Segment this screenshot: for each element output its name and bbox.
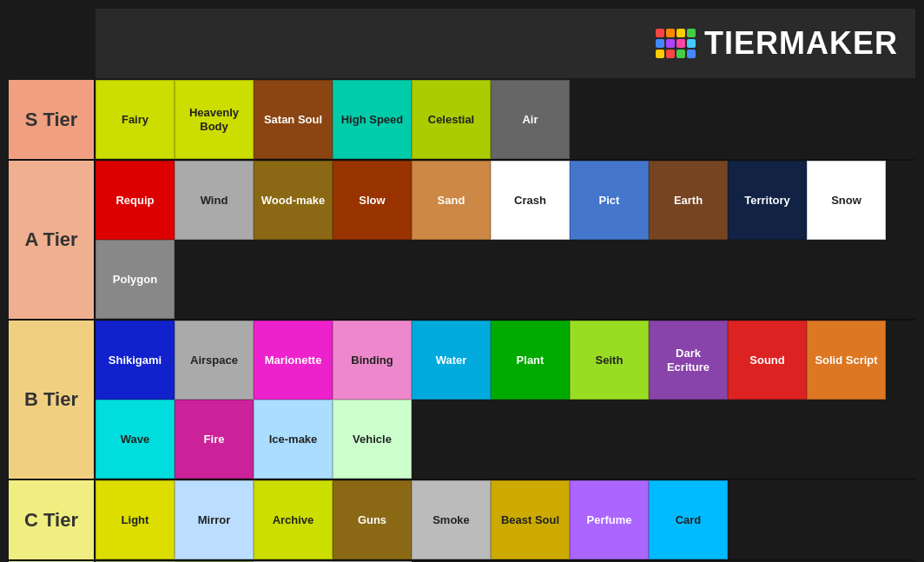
tier-item-0-3[interactable]: High Speed bbox=[333, 80, 412, 159]
logo-dot bbox=[666, 29, 675, 37]
tier-item-1-7[interactable]: Earth bbox=[649, 161, 728, 240]
header: TiERMAKER bbox=[9, 9, 915, 78]
tier-item-2-13[interactable]: Vehicle bbox=[333, 400, 412, 479]
tier-item-0-5[interactable]: Air bbox=[491, 80, 570, 159]
logo-dot bbox=[666, 50, 675, 58]
tier-row-2: B TierShikigamiAirspaceMarionetteBinding… bbox=[9, 321, 915, 480]
tier-item-3-2[interactable]: Archive bbox=[254, 480, 333, 559]
tier-item-2-2[interactable]: Marionette bbox=[254, 321, 333, 400]
tier-label-2: B Tier bbox=[9, 321, 96, 479]
tier-items-3: LightMirrorArchiveGunsSmokeBeast SoulPer… bbox=[96, 480, 915, 559]
tier-items-0: FairyHeavenly BodySatan SoulHigh SpeedCe… bbox=[96, 80, 915, 159]
tier-item-3-6[interactable]: Perfume bbox=[570, 480, 649, 559]
tier-item-2-8[interactable]: Sound bbox=[728, 321, 807, 400]
tier-item-1-5[interactable]: Crash bbox=[491, 161, 570, 240]
tier-item-2-11[interactable]: Fire bbox=[175, 400, 254, 479]
tier-item-0-4[interactable]: Celestial bbox=[412, 80, 491, 159]
tier-item-0-0[interactable]: Fairy bbox=[96, 80, 175, 159]
header-spacer bbox=[9, 9, 96, 78]
tier-item-0-1[interactable]: Heavenly Body bbox=[175, 80, 254, 159]
tier-label-3: C Tier bbox=[9, 480, 96, 559]
tier-item-2-0[interactable]: Shikigami bbox=[96, 321, 175, 400]
tier-item-1-1[interactable]: Wind bbox=[175, 161, 254, 240]
tier-row-3: C TierLightMirrorArchiveGunsSmokeBeast S… bbox=[9, 480, 915, 561]
tier-item-2-10[interactable]: Wave bbox=[96, 400, 175, 479]
tier-item-2-7[interactable]: Dark Ecriture bbox=[649, 321, 728, 400]
tier-item-3-0[interactable]: Light bbox=[96, 480, 175, 559]
tier-item-2-9[interactable]: Solid Script bbox=[807, 321, 886, 400]
tier-label-1: A Tier bbox=[9, 161, 96, 319]
tier-item-1-9[interactable]: Snow bbox=[807, 161, 886, 240]
tier-item-1-6[interactable]: Pict bbox=[570, 161, 649, 240]
tier-item-1-0[interactable]: Requip bbox=[96, 161, 175, 240]
logo-dot bbox=[687, 39, 696, 48]
logo-dot bbox=[656, 39, 664, 48]
tier-item-2-1[interactable]: Airspace bbox=[175, 321, 254, 400]
tier-container: S TierFairyHeavenly BodySatan SoulHigh S… bbox=[9, 80, 915, 562]
tier-row-0: S TierFairyHeavenly BodySatan SoulHigh S… bbox=[9, 80, 915, 161]
tier-item-3-3[interactable]: Guns bbox=[333, 480, 412, 559]
logo-dot bbox=[676, 29, 685, 37]
tier-item-3-5[interactable]: Beast Soul bbox=[491, 480, 570, 559]
tier-item-2-4[interactable]: Water bbox=[412, 321, 491, 400]
tier-row-1: A TierRequipWindWood-makeSlowSandCrashPi… bbox=[9, 161, 915, 321]
logo-dot bbox=[687, 29, 696, 37]
tier-item-2-6[interactable]: Seith bbox=[570, 321, 649, 400]
tier-item-0-2[interactable]: Satan Soul bbox=[254, 80, 333, 159]
logo-dot bbox=[687, 50, 696, 58]
logo-dot bbox=[656, 50, 664, 58]
logo-dot bbox=[656, 29, 664, 37]
tier-item-2-5[interactable]: Plant bbox=[491, 321, 570, 400]
logo-text: TiERMAKER bbox=[704, 25, 898, 62]
tier-item-3-1[interactable]: Mirror bbox=[175, 480, 254, 559]
tier-item-1-2[interactable]: Wood-make bbox=[254, 161, 333, 240]
tier-items-1: RequipWindWood-makeSlowSandCrashPictEart… bbox=[96, 161, 915, 319]
tier-item-1-10[interactable]: Polygon bbox=[96, 240, 175, 319]
tier-item-2-3[interactable]: Binding bbox=[333, 321, 412, 400]
tier-item-3-7[interactable]: Card bbox=[649, 480, 728, 559]
tier-item-2-12[interactable]: Ice-make bbox=[254, 400, 333, 479]
tier-item-1-8[interactable]: Territory bbox=[728, 161, 807, 240]
tier-item-1-3[interactable]: Slow bbox=[333, 161, 412, 240]
tier-item-1-4[interactable]: Sand bbox=[412, 161, 491, 240]
tier-item-3-4[interactable]: Smoke bbox=[412, 480, 491, 559]
logo-dot bbox=[666, 39, 675, 48]
logo-grid bbox=[656, 29, 696, 58]
tier-label-0: S Tier bbox=[9, 80, 96, 159]
tier-items-2: ShikigamiAirspaceMarionetteBindingWaterP… bbox=[96, 321, 915, 479]
logo-area: TiERMAKER bbox=[96, 9, 915, 78]
logo-dot bbox=[676, 50, 685, 58]
logo-dot bbox=[676, 39, 685, 48]
